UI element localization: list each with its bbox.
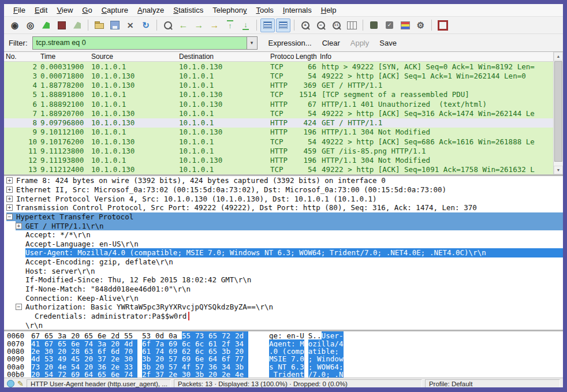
hex-row[interactable]: 00b02054726964656e742f372e303b202e4e Tri… — [4, 371, 563, 378]
detail-line[interactable]: User-Agent: Mozilla/4.0 (compatible; MSI… — [4, 248, 563, 257]
zoom-out-icon[interactable]: − — [314, 18, 328, 32]
menu-help[interactable]: Help — [316, 5, 341, 16]
detail-line[interactable]: +Transmission Control Protocol, Src Port… — [4, 203, 563, 212]
packet-row[interactable]: 71.8892070010.1.0.13010.1.0.1TCP5449222 … — [4, 109, 553, 118]
packet-row[interactable]: 139.1121240010.1.0.13010.1.0.1TCP5449222… — [4, 165, 553, 174]
list-interfaces-icon[interactable]: ◉ — [8, 18, 22, 32]
column-header-destination[interactable]: Destination — [177, 52, 268, 61]
packet-row[interactable]: 109.1017620010.1.0.13010.1.0.1TCP5449222… — [4, 137, 553, 146]
go-to-bottom-icon[interactable]: ↓ — [238, 18, 253, 32]
help-icon[interactable] — [435, 18, 450, 32]
menu-view[interactable]: View — [52, 5, 77, 16]
detail-line[interactable]: −Hypertext Transfer Protocol — [4, 212, 563, 222]
find-packet-icon[interactable] — [161, 18, 175, 32]
go-back-icon[interactable]: ← — [176, 18, 191, 32]
start-capture-icon[interactable] — [39, 18, 53, 32]
column-header-protocol[interactable]: Protocol — [268, 52, 294, 61]
detail-line[interactable]: +Frame 8: 424 bytes on wire (3392 bits),… — [4, 176, 563, 185]
hex-row[interactable]: 00802e302028636f6d70617469626c653b20.0 (… — [4, 348, 563, 355]
detail-line[interactable]: Accept-Language: en-US\r\n — [4, 239, 563, 248]
column-header-no[interactable]: No. — [4, 52, 39, 61]
zoom-100-icon[interactable]: 1:1 — [329, 18, 344, 32]
menu-capture[interactable]: Capture — [97, 5, 133, 16]
scroll-down-icon[interactable]: ▼ — [554, 166, 563, 174]
packet-row[interactable]: 89.0979680010.1.0.13010.1.0.1HTTP424GET … — [4, 118, 553, 128]
detail-line[interactable]: Accept-Encoding: gzip, deflate\r\n — [4, 257, 563, 267]
packet-row[interactable]: 51.8889180010.1.0.110.1.0.130TCP1514[TCP… — [4, 90, 553, 99]
packet-row[interactable]: 129.1119380010.1.0.110.1.0.130HTTP196HTT… — [4, 156, 553, 165]
filter-dropdown-icon[interactable]: ▾ — [247, 37, 257, 49]
detail-line[interactable]: Connection: Keep-Alive\r\n — [4, 293, 563, 303]
filter-input[interactable]: tcp.stream eq 0 ▾ — [32, 36, 258, 50]
hex-row[interactable]: 006067653a20656e2d55530d0a557365722dge: … — [4, 332, 563, 339]
coloring-rules-icon[interactable] — [398, 18, 412, 32]
collapse-icon[interactable]: − — [16, 304, 22, 310]
preferences-icon[interactable]: ⚙ — [413, 18, 428, 32]
expression-button[interactable]: Expression... — [263, 38, 317, 48]
hex-row[interactable]: 00a073204e5420362e333b20574f5736343bs NT… — [4, 363, 563, 371]
menu-tools[interactable]: Tools — [252, 5, 278, 16]
detail-line[interactable]: If-None-Match: "848dd018ee46d01:0"\r\n — [4, 285, 563, 294]
zoom-in-icon[interactable]: + — [298, 18, 312, 32]
menu-statistics[interactable]: Statistics — [169, 5, 208, 16]
detail-line[interactable]: −Authorization: Basic YWRtaW5pc3RyYXRvcj… — [4, 303, 563, 312]
detail-line[interactable]: \r\n — [4, 320, 563, 330]
menu-edit[interactable]: Edit — [30, 5, 52, 16]
expand-icon[interactable]: + — [6, 204, 13, 211]
detail-line[interactable]: +GET / HTTP/1.1\r\n — [4, 221, 563, 230]
restart-capture-icon[interactable] — [70, 18, 84, 32]
detail-line[interactable]: +Ethernet II, Src: Microsof_0a:73:02 (00… — [4, 185, 563, 195]
menu-internals[interactable]: Internals — [278, 5, 316, 16]
packet-row[interactable]: 30.0007180010.1.0.13010.1.0.1TCP5449222 … — [4, 71, 553, 80]
packet-row[interactable]: 61.8889210010.1.0.110.1.0.130HTTP67HTTP/… — [4, 99, 553, 109]
column-header-time[interactable]: Time — [39, 52, 89, 61]
capture-options-icon[interactable]: ◎ — [23, 18, 38, 32]
stop-capture-icon[interactable] — [54, 18, 69, 32]
go-to-packet-icon[interactable]: → — [207, 18, 222, 32]
open-capture-icon[interactable] — [92, 18, 106, 32]
packet-row[interactable]: 20.0003190010.1.0.110.1.0.130TCP66http >… — [4, 62, 553, 71]
edit-capture-comment-icon[interactable]: ✎ — [17, 380, 24, 387]
resize-columns-icon[interactable] — [345, 18, 359, 32]
packet-row[interactable]: 119.1112380010.1.0.13010.1.0.1HTTP459GET… — [4, 146, 553, 155]
packet-row[interactable]: 99.1011210010.1.0.110.1.0.130HTTP196HTTP… — [4, 128, 553, 137]
menu-go[interactable]: Go — [77, 5, 96, 16]
packet-list-scrollbar[interactable]: ▲ ▼ — [553, 52, 563, 174]
hex-row[interactable]: 00904d53494520372e303b2057696e646f77MSIE… — [4, 355, 563, 363]
capture-filters-icon[interactable] — [367, 18, 381, 32]
clear-button[interactable]: Clear — [317, 38, 345, 48]
column-header-info[interactable]: Info — [318, 52, 553, 61]
column-header-length[interactable]: Length — [294, 52, 318, 61]
close-capture-icon[interactable]: ✕ — [123, 18, 137, 32]
expand-icon[interactable]: + — [6, 186, 13, 193]
expand-icon[interactable]: + — [6, 196, 13, 202]
go-forward-icon[interactable]: → — [192, 18, 206, 32]
detail-line[interactable]: Credentials: administrator:Pa$$w0rd — [4, 312, 563, 321]
collapse-icon[interactable]: − — [6, 214, 13, 220]
scrollbar-thumb[interactable] — [554, 61, 562, 162]
menu-file[interactable]: File — [9, 5, 30, 16]
scroll-up-icon[interactable]: ▲ — [554, 52, 563, 61]
reload-capture-icon[interactable]: ↻ — [139, 18, 153, 32]
save-capture-icon[interactable] — [107, 18, 122, 32]
colorize-packets-toggle[interactable] — [260, 18, 275, 32]
detail-line[interactable]: Accept: */*\r\n — [4, 230, 563, 240]
menu-telephony[interactable]: Telephony — [208, 5, 251, 16]
go-to-top-icon[interactable]: ↑ — [223, 18, 237, 32]
status-field-info: HTTP User-Agent header (http.user_agent)… — [27, 379, 171, 388]
apply-button[interactable]: Apply — [345, 38, 375, 48]
hex-row[interactable]: 00704167656e743a204d6f7a696c6c612f34Agen… — [4, 339, 563, 347]
detail-line[interactable]: +Internet Protocol Version 4, Src: 10.1.… — [4, 194, 563, 203]
display-filters-icon[interactable]: ✓ — [382, 18, 397, 32]
expand-icon[interactable]: + — [6, 177, 13, 184]
menu-analyze[interactable]: Analyze — [133, 5, 169, 16]
save-button[interactable]: Save — [374, 38, 402, 48]
packet-row[interactable]: 41.8877820010.1.0.13010.1.0.1HTTP369GET … — [4, 81, 553, 90]
expand-icon[interactable]: + — [16, 223, 22, 229]
status-profile[interactable]: Profile: Default — [425, 379, 560, 388]
column-header-source[interactable]: Source — [89, 52, 177, 61]
detail-line[interactable]: If-Modified-Since: Thu, 12 Feb 2015 18:0… — [4, 275, 563, 285]
detail-line[interactable]: Host: server\r\n — [4, 266, 563, 275]
expert-info-icon[interactable] — [7, 380, 14, 387]
auto-scroll-toggle[interactable] — [276, 18, 290, 32]
